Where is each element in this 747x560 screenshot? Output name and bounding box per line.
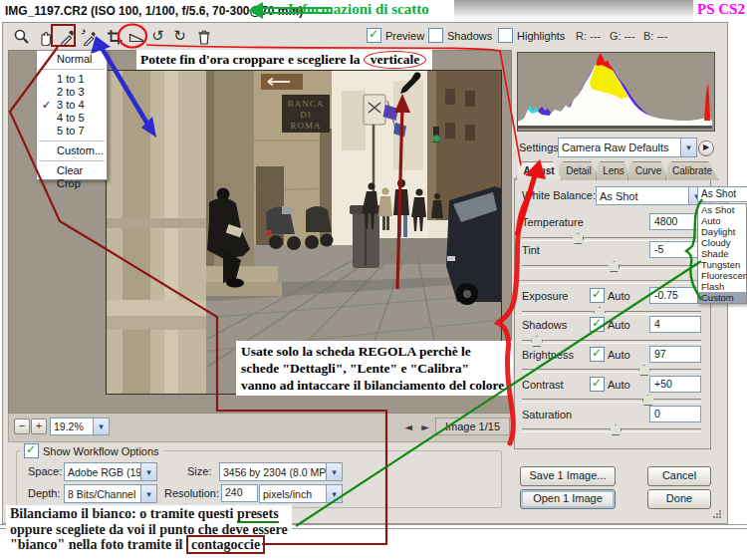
zoom-level-select[interactable]: 19.2% <box>50 418 110 435</box>
straighten-icon <box>127 28 145 46</box>
depth-label: Depth: <box>28 487 60 499</box>
resolution-input[interactable]: 240 <box>221 484 258 502</box>
menu-separator <box>39 69 105 70</box>
crop-menu-item[interactable]: Clear Crop <box>37 164 107 177</box>
exposure-slider[interactable] <box>522 311 701 315</box>
exposure-auto-row: Auto <box>590 288 630 303</box>
white-balance-note: Bilanciamo il bianco: o tramite questi p… <box>6 505 292 554</box>
zoom-out-button[interactable]: − <box>14 419 30 434</box>
white-balance-select[interactable]: As Shot <box>596 186 705 205</box>
crop-note-circled-word: verticale <box>364 51 426 69</box>
size-select[interactable]: 3456 by 2304 (8.0 MP) <box>219 462 343 481</box>
rotate-ccw-icon: ↺ <box>151 29 164 44</box>
shadows-auto-row: Auto <box>590 317 630 332</box>
space-label: Space: <box>28 465 62 477</box>
crop-note: Potete fin d'ora croppare e scegliere la… <box>136 50 432 70</box>
zoom-in-button[interactable]: + <box>31 419 47 434</box>
trash-icon <box>195 28 213 46</box>
menu-separator <box>39 160 105 161</box>
magnifier-icon <box>13 28 31 46</box>
open-image-button[interactable]: Open 1 Image <box>520 489 616 509</box>
tint-slider[interactable] <box>522 265 701 269</box>
crop-icon <box>106 28 124 46</box>
crop-menu-item[interactable]: 5 to 7 <box>37 125 107 138</box>
highlights-checkbox-row: Highlights <box>498 28 565 43</box>
preview-checkbox[interactable] <box>367 28 381 43</box>
menu-separator <box>39 140 105 141</box>
wb-popup-item[interactable]: Flash <box>698 281 746 292</box>
exposure-label: Exposure <box>522 290 568 302</box>
temperature-value[interactable]: 4800 <box>649 213 701 230</box>
straighten-tool-button[interactable] <box>125 26 146 47</box>
settings-label: Settings: <box>519 141 562 153</box>
wb-popup-item[interactable]: Fluorescent <box>698 270 746 281</box>
shadows-slider[interactable] <box>522 340 701 344</box>
brightness-auto-checkbox[interactable] <box>590 347 605 362</box>
crop-menu-item-checked[interactable]: 3 to 4 <box>37 99 107 112</box>
exposure-value[interactable]: -0.75 <box>649 287 701 304</box>
rotate-left-tool-button[interactable]: ↺ <box>147 26 168 47</box>
eyedropper-icon <box>59 28 77 46</box>
space-select[interactable]: Adobe RGB (1998) <box>64 462 157 481</box>
resolution-unit-select[interactable]: pixels/inch <box>259 484 343 503</box>
photo-sign-line3: ROMA <box>290 121 321 131</box>
brightness-value[interactable]: 97 <box>649 346 701 363</box>
wb-popup-item[interactable]: As Shot <box>698 204 746 215</box>
contrast-value[interactable]: +50 <box>649 376 701 393</box>
photo-sign-line2: DI <box>300 110 312 120</box>
wb-note-presets-word: presets <box>237 506 279 523</box>
saturation-value[interactable]: 0 <box>649 406 701 422</box>
delete-tool-button[interactable] <box>193 26 214 47</box>
wb-popup-item[interactable]: Cloudy <box>698 237 746 248</box>
previous-image-button[interactable]: ◄ <box>400 420 416 434</box>
depth-select[interactable]: 8 Bits/Channel <box>64 484 157 503</box>
rotate-right-tool-button[interactable]: ↻ <box>169 26 190 47</box>
crop-menu-item[interactable]: 1 to 1 <box>37 73 107 86</box>
white-balance-tool-button[interactable] <box>57 26 78 47</box>
resize-grip[interactable] <box>712 509 722 519</box>
wb-popup-item-highlighted[interactable]: Custom <box>698 292 746 303</box>
brightness-auto-row: Auto <box>590 347 630 362</box>
zoom-tool-button[interactable] <box>11 26 32 47</box>
crop-note-text: Potete fin d'ora croppare e scegliere la <box>140 52 364 67</box>
wb-popup-item[interactable]: Auto <box>698 215 746 226</box>
show-workflow-options-checkbox[interactable] <box>24 443 39 458</box>
rotate-cw-icon: ↻ <box>173 29 186 44</box>
crop-menu-item[interactable]: 2 to 3 <box>37 86 107 99</box>
window-title: IMG_1197.CR2 (ISO 100, 1/100, f/5.6, 70-… <box>5 4 303 18</box>
shadows-checkbox[interactable] <box>428 28 443 43</box>
shadows-auto-checkbox[interactable] <box>590 317 605 332</box>
wb-note-line1: Bilanciamo il bianco: o tramite questi <box>10 506 237 521</box>
wb-popup-item[interactable]: Daylight <box>698 226 746 237</box>
hand-tool-button[interactable] <box>34 26 55 47</box>
contrast-auto-checkbox[interactable] <box>590 377 605 392</box>
crop-tool-button[interactable] <box>104 26 124 47</box>
hand-icon <box>36 28 54 46</box>
image-position-label: Image 1/15 <box>435 418 510 435</box>
exposure-auto-checkbox[interactable] <box>590 288 605 303</box>
next-image-button[interactable]: ► <box>417 420 433 434</box>
crop-menu-item[interactable]: Custom... <box>37 144 107 157</box>
crop-menu-item[interactable]: Normal <box>37 53 107 66</box>
shadows-label: Shadows <box>447 30 492 42</box>
contrast-slider[interactable] <box>522 399 701 403</box>
shadows-value[interactable]: 4 <box>649 316 701 333</box>
cancel-button[interactable]: Cancel <box>647 466 711 486</box>
done-button[interactable]: Done <box>647 489 711 509</box>
save-image-button[interactable]: Save 1 Image... <box>520 466 616 486</box>
color-sampler-tool-button[interactable] <box>79 26 100 47</box>
saturation-slider[interactable] <box>522 428 701 432</box>
wb-popup-item[interactable]: Shade <box>698 248 746 259</box>
settings-select[interactable]: Camera Raw Defaults <box>558 138 697 157</box>
chevron-down-icon <box>140 485 156 502</box>
size-label: Size: <box>187 465 211 477</box>
tint-value[interactable]: -5 <box>649 241 701 258</box>
settings-flyout-button[interactable]: ▶ <box>698 140 714 156</box>
highlights-checkbox[interactable] <box>498 28 513 43</box>
crop-menu-item[interactable]: 4 to 5 <box>37 112 107 125</box>
wb-popup-item[interactable]: Tungsten <box>698 259 746 270</box>
highlights-label: Highlights <box>517 30 565 42</box>
titlebar-gradient <box>454 0 693 22</box>
brightness-slider[interactable] <box>522 369 701 373</box>
size-value: 3456 by 2304 (8.0 MP) <box>220 466 326 478</box>
